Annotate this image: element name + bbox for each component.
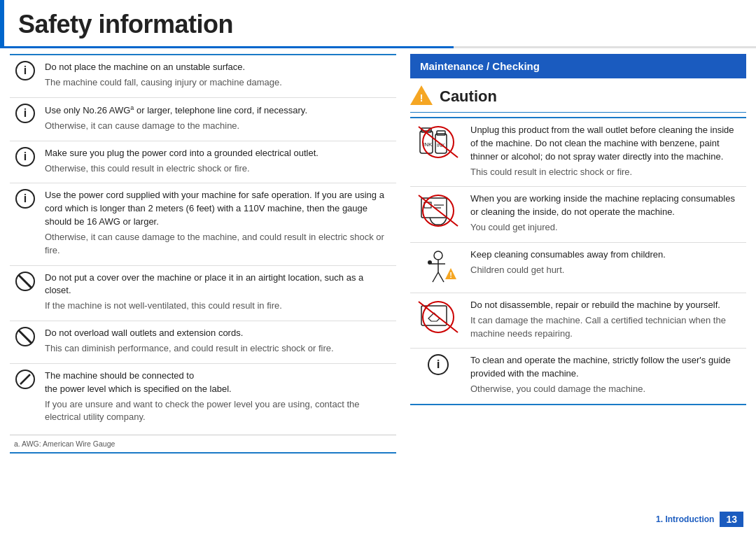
- text-line: Keep cleaning consumables away from chil…: [470, 248, 742, 262]
- right-text-cell: Unplug this product from the wall outlet…: [466, 118, 746, 187]
- svg-rect-5: [437, 131, 445, 135]
- table-row: The machine should be connected tothe po…: [10, 363, 396, 432]
- right-column: Maintenance / Checking ! Caution INK INK…: [410, 54, 746, 454]
- text-line: When you are working inside the machine …: [470, 192, 742, 219]
- right-text-cell: When you are working inside the machine …: [466, 187, 746, 243]
- text-cell: Do not place the machine on an unstable …: [41, 55, 396, 97]
- text-line: The machine should be connected tothe po…: [45, 370, 392, 396]
- table-row: i Use only No.26 AWGa or larger, telepho…: [10, 97, 396, 141]
- text-line: To clean and operate the machine, strict…: [470, 354, 742, 381]
- footer-page-number: 13: [720, 512, 743, 527]
- right-icon-cell: INK INK: [410, 118, 466, 187]
- info-icon: i: [15, 147, 35, 167]
- right-icon-cell: i: [410, 349, 466, 405]
- table-row: i Do not place the machine on an unstabl…: [10, 55, 396, 97]
- text-line: Make sure you plug the power cord into a…: [45, 147, 392, 160]
- repair-icon: [416, 299, 461, 335]
- icon-cell: [10, 265, 41, 321]
- text-line: Otherwise, you could damage the machine.: [470, 383, 742, 396]
- text-cell: Do not overload wall outlets and extensi…: [41, 321, 396, 364]
- text-cell: Use only No.26 AWGa or larger, telephone…: [41, 97, 396, 141]
- icon-cell: i: [10, 97, 41, 141]
- caution-triangle-icon: !: [410, 85, 433, 108]
- caution-label: Caution: [440, 87, 497, 106]
- text-cell: Use the power cord supplied with your ma…: [41, 183, 396, 265]
- text-line: Unplug this product from the wall outlet…: [470, 124, 742, 164]
- right-text-cell: To clean and operate the machine, strict…: [466, 349, 746, 405]
- text-cell: Make sure you plug the power cord into a…: [41, 141, 396, 183]
- icon-cell: [10, 363, 41, 432]
- svg-line-13: [419, 195, 458, 226]
- right-icon-cell: !: [410, 242, 466, 293]
- text-line: Do not overload wall outlets and extensi…: [45, 327, 392, 340]
- table-row: Do not disassemble, repair or rebuild th…: [410, 293, 746, 349]
- text-line: This can diminish performance, and could…: [45, 342, 392, 356]
- page-footer: 1. Introduction 13: [656, 512, 743, 527]
- right-icon-cell: [410, 293, 466, 349]
- svg-text:INK: INK: [423, 141, 433, 148]
- table-row: When you are working inside the machine …: [410, 187, 746, 243]
- table-row: Do not put a cover over the machine or p…: [10, 265, 396, 321]
- footnote: a. AWG: American Wire Gauge: [10, 435, 396, 449]
- right-icon-cell: [410, 187, 466, 243]
- info-icon: i: [15, 61, 35, 80]
- text-line: Do not put a cover over the machine or p…: [45, 272, 392, 298]
- svg-line-20: [438, 272, 444, 282]
- text-cell: Do not put a cover over the machine or p…: [41, 265, 396, 321]
- page-title: Safety information: [0, 0, 756, 46]
- icon-cell: i: [10, 55, 41, 97]
- icon-cell: i: [10, 183, 41, 265]
- power-slash-icon: [15, 370, 35, 389]
- no-icon: [15, 327, 35, 346]
- svg-line-0: [20, 374, 30, 384]
- table-row: ! Keep cleaning consumables away from ch…: [410, 242, 746, 293]
- child-icon: !: [416, 248, 461, 285]
- icon-cell: i: [10, 141, 41, 183]
- svg-point-21: [428, 260, 432, 265]
- text-line: This could result in electric shock or f…: [470, 166, 742, 179]
- right-maintenance-table: INK INK Unplug this product from the wal…: [410, 117, 746, 405]
- text-cell: The machine should be connected tothe po…: [41, 363, 396, 432]
- text-line: If you are unsure and want to check the …: [45, 398, 392, 425]
- info-right-icon: i: [428, 354, 449, 375]
- right-text-cell: Keep cleaning consumables away from chil…: [466, 242, 746, 293]
- table-row: i To clean and operate the machine, stri…: [410, 349, 746, 405]
- text-line: You could get injured.: [470, 221, 742, 234]
- text-line: Do not disassemble, repair or rebuild th…: [470, 299, 742, 312]
- svg-line-19: [433, 272, 438, 282]
- right-text-cell: Do not disassemble, repair or rebuild th…: [466, 293, 746, 349]
- text-line: Otherwise, it can cause damage to the ma…: [45, 120, 392, 133]
- no-icon: [15, 272, 35, 291]
- caution-header: ! Caution: [410, 85, 746, 113]
- text-line: Otherwise, it can cause damage to the ma…: [45, 231, 392, 258]
- table-row: i Make sure you plug the power cord into…: [10, 141, 396, 183]
- bottles-icon: INK INK: [416, 124, 461, 160]
- info-icon: i: [15, 104, 35, 123]
- text-line: If the machine is not well-ventilated, t…: [45, 300, 392, 313]
- left-safety-table: i Do not place the machine on an unstabl…: [10, 55, 396, 432]
- text-line: Children could get hurt.: [470, 264, 742, 277]
- text-line: Do not place the machine on an unstable …: [45, 61, 392, 74]
- icon-cell: [10, 321, 41, 364]
- text-line: Otherwise, this could result in electric…: [45, 162, 392, 176]
- text-line: Use only No.26 AWGa or larger, telephone…: [45, 104, 392, 118]
- table-row: INK INK Unplug this product from the wal…: [410, 118, 746, 187]
- text-line: The machine could fall, causing injury o…: [45, 76, 392, 90]
- svg-text:!: !: [449, 271, 452, 279]
- left-column: i Do not place the machine on an unstabl…: [10, 54, 396, 454]
- table-row: i Use the power cord supplied with your …: [10, 183, 396, 265]
- text-line: It can damage the machine. Call a certif…: [470, 314, 742, 341]
- info-icon: i: [15, 189, 35, 209]
- svg-point-15: [434, 251, 442, 260]
- hand-machine-icon: [416, 192, 461, 229]
- section-header: Maintenance / Checking: [410, 54, 746, 78]
- table-row: Do not overload wall outlets and extensi…: [10, 321, 396, 364]
- footer-section-label: 1. Introduction: [656, 514, 714, 524]
- text-line: Use the power cord supplied with your ma…: [45, 189, 392, 229]
- svg-rect-16: [435, 255, 441, 257]
